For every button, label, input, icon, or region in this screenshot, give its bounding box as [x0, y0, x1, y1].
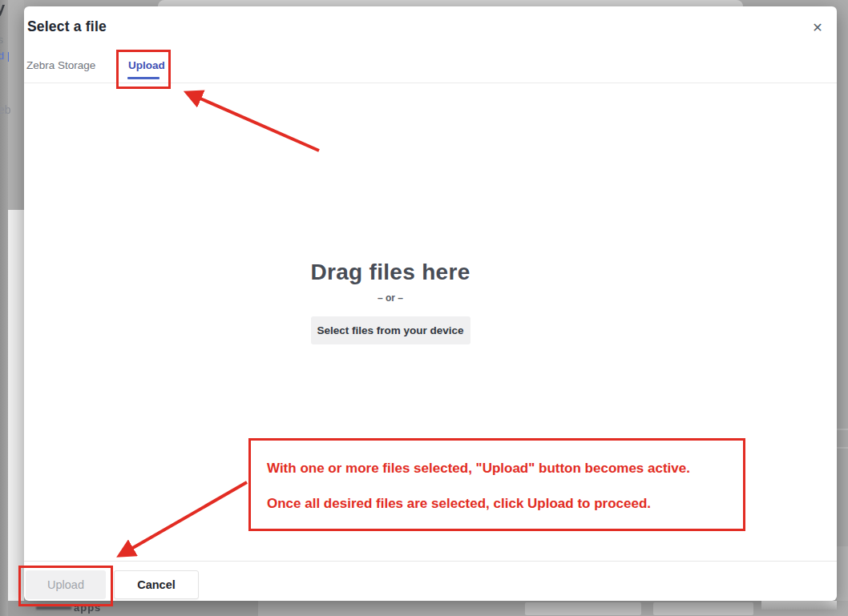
- background-top-card: [158, 0, 743, 6]
- close-icon[interactable]: ✕: [806, 16, 829, 38]
- background-text-fragment: apps: [74, 602, 101, 614]
- background-row-line: [837, 429, 848, 430]
- background-text-fragment: eb: [0, 103, 11, 116]
- select-files-button[interactable]: Select files from your device: [311, 316, 470, 344]
- annotation-note-line: Once all desired files are selected, cli…: [267, 496, 743, 511]
- annotation-note-line: With one or more files selected, "Upload…: [267, 461, 743, 476]
- background-left-panel: [8, 210, 24, 601]
- background-link-fragment: d |: [0, 50, 10, 62]
- active-tab-indicator: [127, 77, 160, 79]
- background-bottom-glow: [761, 601, 837, 610]
- dropzone-separator: – or –: [230, 292, 551, 304]
- background-sidebar-edge: [0, 0, 8, 616]
- background-row-line: [837, 447, 848, 449]
- background-right-block: [837, 546, 848, 601]
- dropzone-heading: Drag files here: [230, 260, 551, 285]
- background-text-fragment: [36, 606, 71, 610]
- background-button-shape: [525, 602, 641, 615]
- footer-divider: [24, 561, 837, 562]
- background-text-fragment: y: [0, 0, 5, 18]
- background-button-shape: [653, 602, 753, 615]
- file-dropzone[interactable]: Drag files here – or – Select files from…: [230, 260, 551, 344]
- dialog-title: Select a file: [27, 18, 107, 35]
- tab-zebra-storage[interactable]: Zebra Storage: [26, 48, 95, 83]
- cancel-button[interactable]: Cancel: [114, 570, 199, 599]
- annotation-note: With one or more files selected, "Upload…: [248, 438, 745, 531]
- background-text-fragment: s: [0, 34, 3, 46]
- upload-button[interactable]: Upload: [26, 570, 106, 599]
- tabbar-divider: [24, 83, 837, 83]
